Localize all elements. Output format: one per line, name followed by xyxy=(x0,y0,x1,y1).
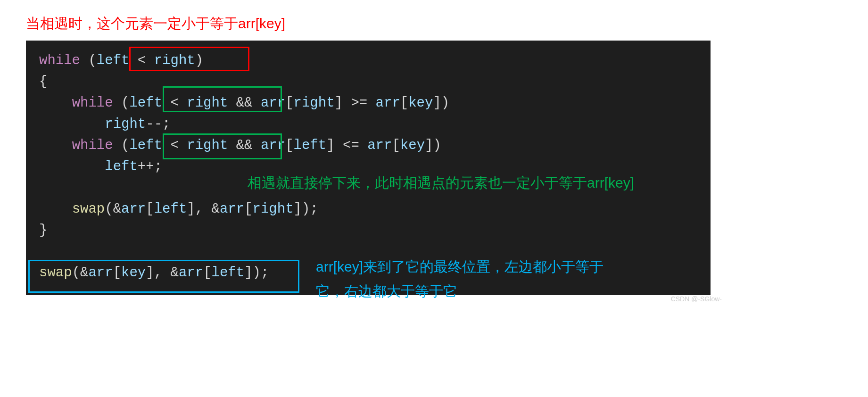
id-left: left xyxy=(97,53,130,68)
id-arr: arr xyxy=(376,95,400,111)
code-line-1: while (left < right) xyxy=(26,50,711,71)
annotation-green: 相遇就直接停下来，此时相遇点的元素也一定小于等于arr[key] xyxy=(248,174,634,193)
bracket: [ xyxy=(203,265,211,281)
id-arr: arr xyxy=(179,265,203,281)
id-right: right xyxy=(154,53,195,68)
id-key: key xyxy=(408,95,433,111)
kw-while: while xyxy=(72,95,113,111)
op-inc: ++; xyxy=(138,159,162,174)
id-key: key xyxy=(400,138,425,153)
bracket: [ xyxy=(400,95,408,111)
bracket: [ xyxy=(285,95,293,111)
bracket: ]) xyxy=(425,138,441,153)
id-arr: arr xyxy=(121,201,146,217)
paren: ( xyxy=(113,138,130,153)
id-arr: arr xyxy=(367,138,392,153)
op-lt: < xyxy=(162,95,187,111)
bracket: [ xyxy=(244,201,252,217)
fn-swap: swap xyxy=(72,201,105,217)
code-line-8: swap(&arr[left], &arr[right]); xyxy=(26,198,711,220)
code-line-4: right--; xyxy=(26,114,711,135)
fn-swap: swap xyxy=(39,265,72,281)
watermark: CSDN @-SGlow- xyxy=(671,295,722,303)
id-left: left xyxy=(129,95,162,111)
op-lt: < xyxy=(129,53,154,68)
annotation-top-red: 当相遇时，这个元素一定小于等于arr[key] xyxy=(26,14,285,33)
id-right: right xyxy=(187,138,228,153)
id-left: left xyxy=(154,201,187,217)
paren: ( xyxy=(113,95,130,111)
id-left: left xyxy=(129,138,162,153)
bracket: [ xyxy=(113,265,121,281)
id-arr: arr xyxy=(261,95,285,111)
id-left: left xyxy=(212,265,245,281)
op-lt: < xyxy=(162,138,187,153)
bracket: [ xyxy=(392,138,400,153)
code-line-2: { xyxy=(26,71,711,92)
paren: ( xyxy=(80,53,97,68)
op-and: && xyxy=(228,95,261,111)
annotation-blue-line2: 它，右边都大于等于它 xyxy=(316,279,646,304)
indent xyxy=(39,95,72,111)
indent xyxy=(39,159,105,174)
op-lte: ] <= xyxy=(326,138,367,153)
paren: (& xyxy=(72,265,89,281)
paren: (& xyxy=(105,201,121,217)
op-gte: ] >= xyxy=(335,95,376,111)
document-root: 当相遇时，这个元素一定小于等于arr[key] while (left < ri… xyxy=(0,0,868,397)
code-line-9: } xyxy=(26,220,711,241)
bracket: ]) xyxy=(433,95,449,111)
id-arr: arr xyxy=(220,201,244,217)
indent xyxy=(39,138,72,153)
id-arr: arr xyxy=(88,265,113,281)
id-right: right xyxy=(253,201,294,217)
id-left: left xyxy=(294,138,327,153)
bracket: ], & xyxy=(187,201,220,217)
id-right: right xyxy=(105,116,146,132)
brace: } xyxy=(39,223,47,238)
kw-while: while xyxy=(39,53,80,68)
op-and: && xyxy=(228,138,261,153)
bracket: [ xyxy=(285,138,293,153)
code-line-5: while (left < right && arr[left] <= arr[… xyxy=(26,135,711,156)
bracket: ]); xyxy=(294,201,318,217)
indent xyxy=(39,116,105,132)
bracket: [ xyxy=(146,201,154,217)
annotation-blue-line1: arr[key]来到了它的最终位置，左边都小于等于 xyxy=(316,255,646,279)
kw-while: while xyxy=(72,138,113,153)
id-left: left xyxy=(105,159,138,174)
bracket: ]); xyxy=(244,265,269,281)
brace: { xyxy=(39,74,47,90)
id-right: right xyxy=(294,95,335,111)
id-key: key xyxy=(121,265,146,281)
id-arr: arr xyxy=(261,138,285,153)
bracket: ], & xyxy=(146,265,179,281)
indent xyxy=(39,201,72,217)
id-right: right xyxy=(187,95,228,111)
annotation-blue: arr[key]来到了它的最终位置，左边都小于等于 它，右边都大于等于它 xyxy=(316,255,646,304)
paren: ) xyxy=(195,53,203,68)
op-dec: --; xyxy=(146,116,170,132)
code-line-3: while (left < right && arr[right] >= arr… xyxy=(26,92,711,114)
